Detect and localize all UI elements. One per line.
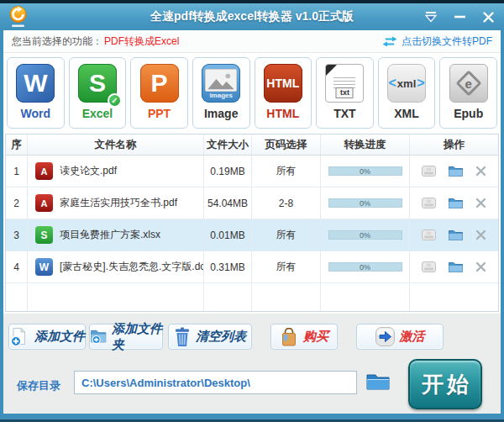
row-actions: [410, 219, 498, 251]
empty-cell: [252, 283, 321, 311]
html-glyph: HTML: [266, 76, 299, 90]
html-icon: HTML: [264, 64, 302, 103]
buy-button[interactable]: 购买: [270, 324, 338, 350]
format-html[interactable]: HTML HTML: [255, 57, 312, 129]
titlebar[interactable]: 全速pdf转换成excel转换器 v1.0正式版: [0, 3, 504, 30]
open-folder-icon[interactable]: [449, 261, 463, 272]
save-path-input[interactable]: [74, 371, 357, 394]
open-folder-icon[interactable]: [449, 229, 463, 240]
skin-menu-button[interactable]: [423, 10, 438, 24]
file-size: 54.04MB: [204, 187, 252, 219]
empty-cell: [410, 283, 498, 311]
ppt-icon: P: [140, 64, 179, 103]
progress-bar: 0%: [328, 198, 402, 208]
switch-mode-link[interactable]: 点击切换文件转PDF: [382, 34, 492, 49]
table-row[interactable]: 1 A 读史论文.pdf 0.19MB 所有 0%: [6, 156, 498, 187]
swap-arrows-icon: [382, 36, 397, 47]
txt-glyph: txt: [336, 87, 354, 98]
selected-check-icon: ✓: [108, 93, 122, 108]
page-selection[interactable]: 所有: [252, 219, 321, 251]
progress-cell: 0%: [321, 251, 410, 282]
file-name-cell: A 读史论文.pdf: [28, 156, 204, 187]
table-row[interactable]: 2 A 家庭生活实用技巧全书.pdf 54.04MB 2-8 0%: [6, 187, 498, 219]
col-actions: 操作: [410, 135, 498, 155]
start-label: 开始: [422, 370, 472, 399]
open-file-icon[interactable]: [422, 261, 436, 272]
image-icon: images: [202, 64, 240, 103]
close-button[interactable]: [480, 10, 496, 24]
remove-file-icon[interactable]: [475, 198, 486, 208]
add-file-button[interactable]: 添加文件: [8, 324, 86, 350]
format-excel-label: Excel: [82, 107, 113, 120]
format-txt[interactable]: txt TXT: [316, 57, 374, 129]
open-file-icon[interactable]: [422, 198, 436, 208]
format-image[interactable]: images Image: [192, 57, 250, 129]
row-index: 1: [6, 156, 28, 187]
file-name-cell: A 家庭生活实用技巧全书.pdf: [28, 187, 204, 219]
window-content: 您当前选择的功能： PDF转换成Excel 点击切换文件转PDF W Word: [3, 30, 501, 414]
browse-folder-button[interactable]: [366, 372, 390, 393]
progress-cell: 0%: [321, 219, 410, 251]
epub-diamond: e: [455, 70, 481, 96]
close-icon: [483, 12, 494, 23]
file-name: 家庭生活实用技巧全书.pdf: [60, 196, 177, 210]
table-header: 序 文件名称 文件大小 页码选择 转换进度 操作: [6, 135, 498, 156]
remove-file-icon[interactable]: [475, 229, 486, 240]
progress-bar: 0%: [328, 166, 402, 176]
clear-list-button[interactable]: 清空列表: [168, 324, 252, 350]
progress-cell: 0%: [321, 156, 410, 187]
app-logo-icon: [7, 5, 29, 29]
format-word-label: Word: [21, 107, 51, 120]
window-controls: [423, 3, 496, 30]
xml-icon: < xml >: [387, 64, 426, 103]
start-button[interactable]: 开始: [408, 359, 482, 409]
activate-arrow-icon: [375, 327, 395, 346]
current-function: PDF转换成Excel: [104, 34, 179, 49]
images-caption: images: [209, 92, 233, 99]
col-filename: 文件名称: [28, 135, 204, 155]
file-size: 0.31MB: [204, 251, 252, 282]
format-ppt[interactable]: P PPT: [130, 57, 188, 129]
page-selection[interactable]: 所有: [252, 156, 321, 187]
remove-file-icon[interactable]: [475, 166, 486, 177]
action-button-row: 添加文件 添加文件夹 清空列表: [3, 324, 444, 350]
word-file-icon: W: [35, 258, 53, 276]
format-xml-label: XML: [394, 107, 419, 120]
remove-file-icon[interactable]: [475, 261, 486, 272]
file-size: 0.19MB: [204, 156, 252, 187]
pdf-file-icon: A: [35, 162, 53, 180]
add-folder-button[interactable]: 添加文件夹: [89, 324, 163, 350]
page-selection[interactable]: 2-8: [252, 187, 321, 219]
format-word[interactable]: W Word: [7, 57, 65, 129]
format-epub-label: Epub: [454, 107, 483, 120]
epub-icon: e: [449, 64, 488, 103]
xml-bracket-left: <: [389, 76, 396, 91]
empty-cell: [28, 283, 204, 311]
format-excel[interactable]: S ✓ Excel: [69, 57, 127, 129]
activate-label: 激活: [400, 329, 425, 345]
format-epub[interactable]: e Epub: [439, 57, 497, 129]
file-name: [蒙古秘史].失吉忽秃忽.文字版.doc: [60, 260, 204, 274]
add-folder-label: 添加文件夹: [112, 321, 162, 353]
word-glyph: W: [24, 71, 47, 96]
ppt-glyph: P: [151, 71, 168, 96]
open-folder-icon[interactable]: [449, 166, 463, 177]
activate-button[interactable]: 激活: [356, 324, 444, 350]
table-row-selected[interactable]: 3 S 项目免费推广方案.xlsx 0.01MB 所有 0%: [6, 219, 498, 251]
open-file-icon[interactable]: [422, 229, 436, 240]
pdf-file-icon: A: [35, 194, 53, 212]
minimize-button[interactable]: [452, 10, 467, 24]
excel-file-icon: S: [35, 226, 53, 244]
file-name-cell: W [蒙古秘史].失吉忽秃忽.文字版.doc: [28, 251, 204, 282]
format-xml[interactable]: < xml > XML: [378, 57, 436, 129]
table-row[interactable]: 4 W [蒙古秘史].失吉忽秃忽.文字版.doc 0.31MB 所有 0%: [6, 251, 498, 283]
file-name: 项目免费推广方案.xlsx: [60, 228, 160, 242]
save-dir-label: 保存目录: [17, 378, 60, 393]
txt-icon: txt: [325, 64, 364, 103]
col-index: 序: [6, 135, 28, 155]
excel-icon: S ✓: [78, 64, 117, 103]
col-pages: 页码选择: [252, 135, 321, 155]
open-folder-icon[interactable]: [449, 198, 463, 208]
page-selection[interactable]: 所有: [252, 251, 321, 282]
open-file-icon[interactable]: [422, 166, 436, 177]
